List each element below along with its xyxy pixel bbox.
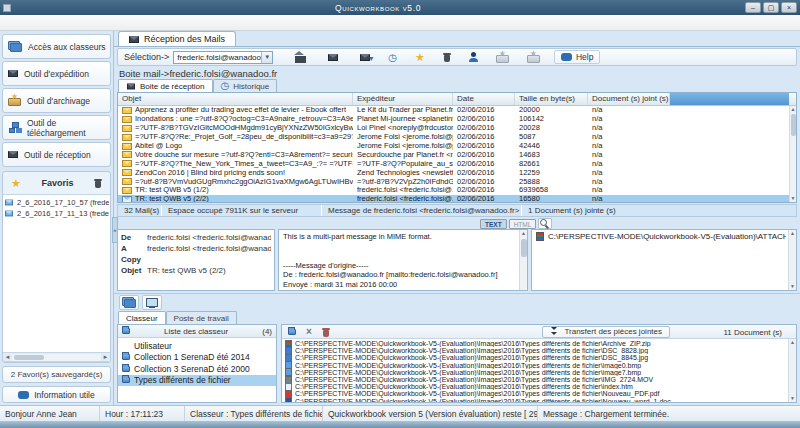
view-text-button[interactable]: TEXT [480, 219, 507, 229]
table-row[interactable]: Abitel @ Logo Jerome Folsi <jerome.folsi… [118, 142, 789, 151]
files-scrollbar[interactable]: ▲▼ [788, 339, 796, 402]
transfer-attachments-button[interactable]: Transfert des pièces jointes [542, 326, 670, 338]
table-row[interactable]: =?utf-8?B?VmVudGUgRmxhc2ggOiAzIG1vaXMgw6… [118, 177, 789, 186]
chevron-down-icon[interactable]: ▼ [261, 52, 272, 63]
scroll-thumb[interactable] [791, 114, 796, 136]
receive-envelope-icon [360, 54, 370, 61]
status-message: Message : Chargement terminée. [538, 406, 800, 421]
tab-historique[interactable]: Historique [213, 79, 278, 92]
document-count: 11 Document (s) [723, 328, 782, 337]
table-row[interactable]: =?UTF-8?Q?Re:_Projet_Golf_=28peu_de_disp… [118, 133, 789, 142]
file-type-icon [285, 362, 292, 369]
envelope-icon [122, 151, 132, 158]
tab-boite-de-reception[interactable]: Boite de réception [118, 79, 213, 92]
table-row[interactable]: Inondations : une =?utf-8?Q?octog=C3=A9n… [118, 115, 789, 124]
close-button[interactable] [781, 2, 797, 13]
open-mail-button[interactable] [295, 52, 306, 63]
scroll-down-arrow[interactable]: ▼ [791, 195, 796, 202]
favorites-trash-icon[interactable] [94, 178, 102, 188]
message-body-pane[interactable]: This is a multi-part message in MIME for… [278, 229, 528, 291]
column-header-document[interactable]: Document (s) joint (s) [588, 93, 670, 105]
scroll-left-arrow[interactable]: ◄ [3, 353, 12, 362]
sidebar-item-outil-expedition[interactable]: Outil d'expédition [2, 61, 111, 86]
body-scrollbar[interactable]: ▲ [519, 230, 527, 290]
message-from: Message de frederic.folsi <frederic.fols… [322, 205, 522, 216]
column-header-objet[interactable]: Objet [118, 93, 353, 105]
classeur-view-button[interactable] [119, 295, 139, 310]
poste-travail-view-button[interactable] [142, 295, 162, 310]
column-header-taille[interactable]: Taille en byte(s) [515, 93, 588, 105]
list-item[interactable]: C:\PERSPECTIVE-MODE\Quickworkbook-V5-(Ev… [285, 390, 786, 397]
titlebar: Quickworkbook v5.0 [0, 0, 800, 15]
trash-icon [322, 327, 330, 337]
table-row[interactable]: =?UTF-8?Q?The_New_York_Times_a_tweet=C3=… [118, 159, 789, 168]
mailbox-selection-dropdown[interactable]: frederic.folsi@wanadoo.fr ▼ [173, 51, 273, 64]
folder-icon [288, 329, 296, 335]
attachments-pane: C:\PERSPECTIVE-MODE\Quickworkbook-V5-(Ev… [531, 229, 797, 291]
new-mail-button[interactable] [328, 54, 338, 61]
envelope-icon [122, 160, 132, 167]
delete-selection-button[interactable] [306, 326, 312, 337]
view-html-button[interactable]: HTML [509, 219, 537, 229]
x-icon [306, 326, 312, 337]
receive-mail-button[interactable] [360, 54, 370, 61]
table-row[interactable]: Votre douche sur mesure =?utf-8?Q?enti=C… [118, 150, 789, 159]
file-type-icon [285, 390, 292, 397]
favorite-item[interactable]: 2_6_2016_17_11_13 (frederic.folsi@w... [4, 208, 109, 219]
mail-list-scrollbar[interactable]: ▲ ▼ [789, 106, 796, 202]
favorite-button[interactable] [415, 52, 425, 63]
list-item[interactable]: C:\PERSPECTIVE-MODE\Quickworkbook-V5-(Ev… [285, 376, 786, 383]
scroll-thumb[interactable] [14, 355, 44, 360]
archive-button-2[interactable] [527, 52, 540, 63]
contacts-button[interactable] [469, 52, 478, 62]
delete-mail-button[interactable] [443, 52, 451, 62]
minimize-button[interactable] [745, 2, 761, 13]
sidebar-item-outil-telechargement[interactable]: Outil de téléchargement [2, 115, 111, 140]
column-header-expediteur[interactable]: Expéditeur [353, 93, 453, 105]
sidebar: Accès aux classeurs Outil d'expédition O… [0, 31, 114, 405]
list-item[interactable]: C:\PERSPECTIVE-MODE\Quickworkbook-V5-(Ev… [285, 362, 786, 369]
classeur-item[interactable]: Types différents de fichier [118, 375, 276, 387]
attachments-scrollbar[interactable]: ▲▼ [788, 230, 796, 290]
zoom-button[interactable] [538, 218, 552, 229]
history-button[interactable] [388, 52, 397, 63]
favorite-item[interactable]: 2_6_2016_17_10_57 (frederic.folsi@w... [4, 197, 109, 208]
attachment-item[interactable]: C:\PERSPECTIVE-MODE\Quickworkbook-V5-(Ev… [536, 232, 786, 241]
sidebar-item-access-classeurs[interactable]: Accès aux classeurs [2, 34, 111, 59]
table-row[interactable]: ZendCon 2016 | Blind bird pricing ends s… [118, 168, 789, 177]
favorites-panel: Favoris 2_6_2016_17_10_57 (frederic.fols… [2, 171, 111, 363]
archive-button-1[interactable] [496, 52, 509, 63]
table-row[interactable]: TR: test QWB v5 (1/2) frederic.folsi <fr… [118, 186, 789, 195]
table-row[interactable]: =?UTF-8?B?TGVzIGltcMOOdHMgdm91cyBjYXNzZW… [118, 124, 789, 133]
list-item[interactable]: C:\PERSPECTIVE-MODE\Quickworkbook-V5-(Ev… [285, 347, 786, 354]
download-icon [8, 122, 21, 133]
sidebar-item-outil-archivage[interactable]: Outil d'archivage [2, 88, 111, 113]
list-item[interactable]: C:\PERSPECTIVE-MODE\Quickworkbook-V5-(Ev… [285, 340, 786, 347]
list-item[interactable]: C:\PERSPECTIVE-MODE\Quickworkbook-V5-(Ev… [285, 369, 786, 376]
classeur-item[interactable]: Utilisateur [118, 340, 276, 352]
scroll-right-arrow[interactable]: ► [101, 353, 110, 362]
list-item[interactable]: C:\PERSPECTIVE-MODE\Quickworkbook-V5-(Ev… [285, 398, 786, 403]
tab-reception-des-mails[interactable]: Réception des Mails [118, 31, 236, 46]
table-row[interactable]: TR: test QWB v5 (2/2) frederic.folsi <fr… [118, 195, 789, 203]
tab-classeur[interactable]: Classeur [118, 311, 166, 324]
maximize-button[interactable] [763, 2, 779, 13]
list-item[interactable]: C:\PERSPECTIVE-MODE\Quickworkbook-V5-(Ev… [285, 354, 786, 361]
table-row[interactable]: Apprenez a profiter du trading avec effe… [118, 106, 789, 115]
tab-poste-de-travail[interactable]: Poste de travail [166, 311, 237, 324]
inbox-icon [127, 83, 135, 89]
favorites-hscrollbar[interactable]: ◄ ► [3, 353, 110, 362]
scroll-thumb[interactable] [521, 239, 527, 257]
scroll-up-arrow[interactable]: ▲ [791, 106, 796, 113]
column-header-date[interactable]: Date [453, 93, 515, 105]
new-folder-button[interactable] [288, 329, 296, 335]
folder-icon [122, 366, 130, 372]
help-button[interactable]: Help [554, 50, 600, 64]
classeur-item[interactable]: Collection 3 SerenaD été 2000 [118, 363, 276, 375]
list-item[interactable]: C:\PERSPECTIVE-MODE\Quickworkbook-V5-(Ev… [285, 383, 786, 390]
info-utile-button[interactable]: Information utile [2, 386, 111, 403]
classeur-item[interactable]: Collection 1 SerenaD été 2014 [118, 352, 276, 364]
delete-file-button[interactable] [322, 327, 330, 337]
mail-toolbar: Sélection-> frederic.folsi@wanadoo.fr ▼ … [117, 48, 797, 66]
sidebar-item-outil-reception[interactable]: Outil de réception [2, 142, 111, 167]
